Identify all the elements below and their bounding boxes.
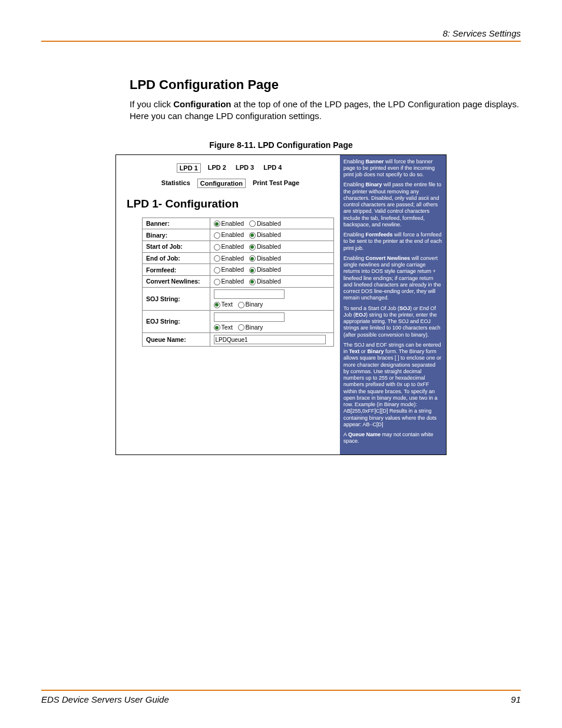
- tab-lpd2[interactable]: LPD 2: [206, 163, 229, 173]
- section-title: LPD Configuration Page: [130, 77, 521, 93]
- row-soj: Start of Job: Enabled Disabled: [143, 241, 334, 252]
- radio-eoj-disabled[interactable]: [249, 255, 256, 262]
- label-convert: Convert Newlines:: [143, 276, 210, 288]
- row-convert: Convert Newlines: Enabled Disabled: [143, 276, 334, 288]
- row-formfeed: Formfeed: Enabled Disabled: [143, 264, 334, 276]
- row-banner: Banner: Enabled Disabled: [143, 218, 334, 229]
- config-table: Banner: Enabled Disabled Binary: Enabled…: [142, 218, 334, 347]
- subtab-configuration[interactable]: Configuration: [197, 179, 246, 188]
- radio-soj-enabled[interactable]: [214, 244, 220, 251]
- radio-eojstr-text[interactable]: [214, 324, 220, 331]
- row-queue: Queue Name:: [143, 333, 334, 347]
- value-sojstr: Text Binary: [210, 287, 333, 310]
- radio-soj-disabled[interactable]: [249, 244, 256, 251]
- value-eoj: Enabled Disabled: [210, 252, 333, 264]
- subtab-row: Statistics Configuration Print Test Page: [127, 179, 334, 188]
- radio-binary-enabled[interactable]: [214, 232, 220, 239]
- figure-caption: Figure 8-11. LPD Configuration Page: [41, 140, 521, 150]
- label-binary: Binary:: [143, 229, 210, 241]
- footer-guide: EDS Device Servers User Guide: [41, 694, 169, 704]
- input-soj-string[interactable]: [214, 289, 285, 299]
- tab-lpd4[interactable]: LPD 4: [261, 163, 284, 173]
- value-soj: Enabled Disabled: [210, 241, 333, 252]
- radio-formfeed-disabled[interactable]: [249, 267, 256, 274]
- radio-eojstr-binary[interactable]: [238, 324, 244, 331]
- intro-text-a: If you click: [130, 99, 173, 109]
- radio-banner-enabled[interactable]: [214, 220, 220, 227]
- intro-paragraph: If you click Configuration at the top of…: [130, 98, 521, 123]
- tab-lpd3[interactable]: LPD 3: [233, 163, 256, 173]
- input-queue-name[interactable]: [214, 335, 326, 344]
- help-textbinary: The SOJ and EOF strings can be entered i…: [343, 342, 442, 428]
- label-formfeed: Formfeed:: [143, 264, 210, 276]
- screenshot-container: LPD 1 LPD 2 LPD 3 LPD 4 Statistics Confi…: [115, 154, 447, 455]
- label-eoj: End of Job:: [143, 252, 210, 264]
- lpd-tab-row: LPD 1 LPD 2 LPD 3 LPD 4: [127, 163, 334, 173]
- radio-banner-disabled[interactable]: [249, 220, 256, 227]
- radio-convert-disabled[interactable]: [249, 279, 256, 285]
- chapter-title: 8: Services Settings: [442, 28, 521, 38]
- help-banner: Enabling Banner will force the banner pa…: [343, 159, 442, 179]
- tab-lpd1[interactable]: LPD 1: [177, 163, 201, 173]
- radio-eoj-enabled[interactable]: [214, 255, 220, 262]
- help-panel: Enabling Banner will force the banner pa…: [340, 155, 446, 454]
- input-eoj-string[interactable]: [214, 312, 285, 322]
- row-eojstr: EOJ String: Text Binary: [143, 310, 334, 333]
- page-footer: EDS Device Servers User Guide 91: [41, 690, 521, 704]
- footer-page-number: 91: [511, 694, 521, 704]
- value-binary: Enabled Disabled: [210, 229, 333, 241]
- label-banner: Banner:: [143, 218, 210, 229]
- radio-binary-disabled[interactable]: [249, 232, 256, 239]
- radio-sojstr-binary[interactable]: [238, 302, 244, 308]
- chapter-header: 8: Services Settings: [41, 28, 521, 42]
- radio-formfeed-enabled[interactable]: [214, 267, 220, 274]
- radio-convert-enabled[interactable]: [214, 279, 220, 285]
- help-binary: Enabling Binary will pass the entire fil…: [343, 182, 442, 228]
- row-binary: Binary: Enabled Disabled: [143, 229, 334, 241]
- subtab-statistics[interactable]: Statistics: [159, 179, 193, 188]
- value-eojstr: Text Binary: [210, 310, 333, 333]
- config-heading: LPD 1- Configuration: [127, 197, 334, 210]
- row-sojstr: SOJ String: Text Binary: [143, 287, 334, 310]
- help-sojeoj: To send a Start Of Job (SOJ) or End Of J…: [343, 305, 442, 338]
- label-queue: Queue Name:: [143, 333, 210, 347]
- help-convert: Enabling Convert Newlines will convert s…: [343, 255, 442, 302]
- intro-bold: Configuration: [173, 99, 231, 109]
- value-convert: Enabled Disabled: [210, 276, 333, 288]
- help-formfeed: Enabling Formfeeds will force a formfeed…: [343, 232, 442, 252]
- label-sojstr: SOJ String:: [143, 287, 210, 310]
- value-formfeed: Enabled Disabled: [210, 264, 333, 276]
- subtab-print-test[interactable]: Print Test Page: [250, 179, 302, 188]
- config-panel: LPD 1 LPD 2 LPD 3 LPD 4 Statistics Confi…: [116, 155, 340, 454]
- value-banner: Enabled Disabled: [210, 218, 333, 229]
- row-eoj: End of Job: Enabled Disabled: [143, 252, 334, 264]
- label-soj: Start of Job:: [143, 241, 210, 252]
- value-queue: [210, 333, 333, 347]
- help-queue: A Queue Name may not contain white space…: [343, 431, 442, 445]
- radio-sojstr-text[interactable]: [214, 302, 220, 308]
- label-eojstr: EOJ String:: [143, 310, 210, 333]
